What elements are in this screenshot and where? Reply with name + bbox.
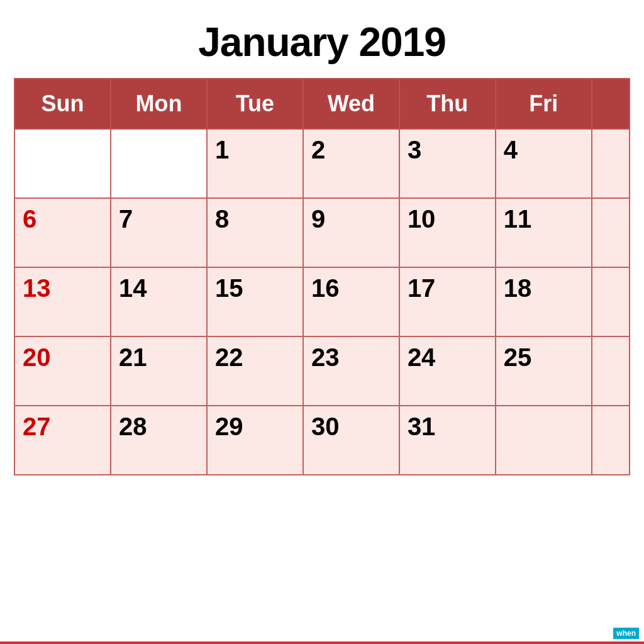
- day-24[interactable]: 24: [399, 336, 496, 406]
- watermark-label: when: [613, 628, 639, 639]
- day-12[interactable]: [592, 198, 630, 267]
- day-8[interactable]: 8: [207, 198, 303, 267]
- day-empty-fri-5[interactable]: [496, 406, 592, 475]
- header-tue: Tue: [207, 79, 303, 129]
- calendar-table: Sun Mon Tue Wed Thu Fri 1 2 3 4: [14, 78, 630, 475]
- header-thu: Thu: [399, 79, 496, 129]
- calendar-wrapper: Sun Mon Tue Wed Thu Fri 1 2 3 4: [14, 78, 630, 475]
- day-empty-sat-5[interactable]: [592, 406, 630, 475]
- week-row-2: 6 7 8 9 10 11: [14, 198, 630, 267]
- day-empty-1[interactable]: [14, 129, 111, 198]
- day-7[interactable]: 7: [111, 198, 207, 267]
- day-1[interactable]: 1: [207, 129, 303, 198]
- day-19[interactable]: [592, 267, 630, 336]
- day-5[interactable]: [592, 129, 630, 198]
- header-sun: Sun: [14, 79, 111, 129]
- week-row-1: 1 2 3 4: [14, 129, 630, 198]
- day-18[interactable]: 18: [496, 267, 592, 336]
- day-23[interactable]: 23: [303, 336, 399, 406]
- day-17[interactable]: 17: [399, 267, 496, 336]
- header-wed: Wed: [303, 79, 399, 129]
- header-mon: Mon: [111, 79, 207, 129]
- day-empty-2[interactable]: [111, 129, 207, 198]
- week-row-3: 13 14 15 16 17 18: [14, 267, 630, 336]
- day-29[interactable]: 29: [207, 406, 303, 475]
- day-6[interactable]: 6: [14, 198, 111, 267]
- header-row: Sun Mon Tue Wed Thu Fri: [14, 79, 630, 129]
- day-27[interactable]: 27: [14, 406, 111, 475]
- day-20[interactable]: 20: [14, 336, 111, 406]
- calendar-title: January 2019: [198, 19, 446, 65]
- day-30[interactable]: 30: [303, 406, 399, 475]
- week-row-5: 27 28 29 30 31: [14, 406, 630, 475]
- day-21[interactable]: 21: [111, 336, 207, 406]
- day-13[interactable]: 13: [14, 267, 111, 336]
- day-16[interactable]: 16: [303, 267, 399, 336]
- day-15[interactable]: 15: [207, 267, 303, 336]
- header-sat: [592, 79, 630, 129]
- day-9[interactable]: 9: [303, 198, 399, 267]
- day-2[interactable]: 2: [303, 129, 399, 198]
- day-28[interactable]: 28: [111, 406, 207, 475]
- header-fri: Fri: [496, 79, 592, 129]
- day-26[interactable]: [592, 336, 630, 406]
- day-31[interactable]: 31: [399, 406, 496, 475]
- day-11[interactable]: 11: [496, 198, 592, 267]
- day-10[interactable]: 10: [399, 198, 496, 267]
- bottom-decoration: [0, 641, 644, 644]
- day-4[interactable]: 4: [496, 129, 592, 198]
- day-22[interactable]: 22: [207, 336, 303, 406]
- day-3[interactable]: 3: [399, 129, 496, 198]
- day-25[interactable]: 25: [496, 336, 592, 406]
- day-14[interactable]: 14: [111, 267, 207, 336]
- week-row-4: 20 21 22 23 24 25: [14, 336, 630, 406]
